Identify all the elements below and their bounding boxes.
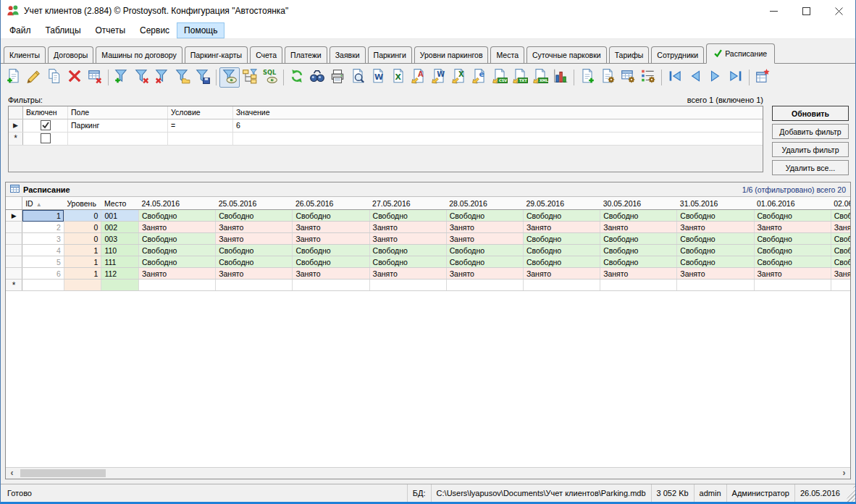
cell-day-status[interactable] (831, 280, 850, 291)
refresh-button[interactable] (287, 67, 307, 88)
print-preview-button[interactable] (348, 67, 368, 88)
cell-day-status[interactable]: Свободно (600, 210, 677, 222)
cell-id[interactable] (22, 280, 64, 291)
cell-day-status[interactable]: Занято (216, 222, 293, 233)
cell-level[interactable]: 1 (64, 256, 101, 268)
open-excel-button[interactable]: X (388, 67, 408, 88)
cell-level[interactable]: 1 (64, 245, 101, 256)
cell-day-status[interactable]: Свободно (369, 245, 446, 256)
column-header-id[interactable]: ID▲ (22, 197, 64, 210)
maximize-button[interactable] (790, 0, 823, 22)
table-row[interactable]: 30003СвободноЗанятоЗанятоЗанятоЗанятоСво… (6, 233, 850, 245)
filter-panel-toggle-button[interactable] (219, 67, 240, 88)
open-word-button[interactable]: W (368, 67, 388, 88)
record-edit-button[interactable] (24, 67, 44, 88)
cell-place[interactable]: 002 (101, 222, 139, 233)
tab-7[interactable]: Паркинги (368, 46, 412, 63)
cell-day-status[interactable]: Свободно (293, 245, 369, 256)
table-row[interactable]: ▶10001СвободноСвободноСвободноСвободноСв… (6, 210, 850, 222)
cell-day-status[interactable]: Занято (293, 233, 369, 245)
cell-day-status[interactable]: Свободно (831, 233, 850, 245)
record-delete-button[interactable] (64, 67, 85, 88)
cell-id[interactable]: 2 (22, 222, 64, 233)
cell-day-status[interactable]: Занято (831, 268, 850, 280)
cell-day-status[interactable]: Занято (369, 268, 446, 280)
cell-id[interactable]: 6 (22, 268, 64, 280)
cell-day-status[interactable]: Свободно (523, 210, 600, 222)
cell-day-status[interactable]: Свободно (523, 256, 600, 268)
cell-day-status[interactable]: Свободно (139, 245, 216, 256)
nav-prev-button[interactable] (685, 67, 705, 88)
cell-day-status[interactable] (293, 280, 369, 291)
tab-11[interactable]: Тарифы (609, 46, 650, 63)
cell-day-status[interactable]: Занято (446, 222, 523, 233)
scroll-right-arrow[interactable]: › (838, 468, 850, 479)
cell-day-status[interactable] (139, 280, 216, 291)
cell-day-status[interactable]: Занято (677, 222, 754, 233)
tab-0[interactable]: Клиенты (4, 46, 46, 63)
tab-8[interactable]: Уровни паркингов (414, 46, 489, 63)
column-header-date-8[interactable]: 01.06.2016 (754, 197, 831, 210)
cell-day-status[interactable]: Свободно (446, 256, 523, 268)
cell-day-status[interactable]: Свободно (754, 233, 831, 245)
filter-field-cell[interactable]: Паркинг (68, 119, 168, 132)
cell-day-status[interactable]: Свободно (293, 210, 369, 222)
cell-day-status[interactable]: Свободно (523, 245, 600, 256)
cell-day-status[interactable]: Занято (369, 233, 446, 245)
cell-day-status[interactable]: Занято (600, 222, 677, 233)
tab-4[interactable]: Счета (250, 46, 282, 63)
cell-id[interactable]: 5 (22, 256, 64, 268)
horizontal-scrollbar[interactable]: ‹ › (6, 467, 850, 479)
filter-field-cell[interactable] (68, 133, 168, 145)
menu-item-1[interactable]: Таблицы (38, 22, 88, 38)
tab-3[interactable]: Паркинг-карты (185, 46, 248, 63)
tab-10[interactable]: Суточные парковки (526, 46, 607, 63)
column-header-place[interactable]: Место (101, 197, 139, 210)
cell-day-status[interactable]: Занято (523, 222, 600, 233)
table-row[interactable]: 51111СвободноСвободноСвободноСвободноСво… (6, 256, 850, 268)
cell-day-status[interactable]: Свободно (446, 210, 523, 222)
filter-button-0[interactable]: Обновить (772, 106, 849, 121)
filter-row[interactable]: ▶Паркинг=6 (9, 119, 763, 133)
checkbox-checked[interactable] (41, 120, 51, 130)
tab-6[interactable]: Заявки (330, 46, 366, 63)
cell-day-status[interactable]: Занято (293, 222, 369, 233)
record-add-button[interactable] (4, 67, 24, 88)
nav-last-button[interactable] (726, 67, 746, 88)
cell-day-status[interactable]: Занято (369, 222, 446, 233)
export-rtf-button[interactable]: A (408, 67, 429, 88)
cell-day-status[interactable]: Занято (754, 222, 831, 233)
cell-day-status[interactable]: Свободно (216, 210, 293, 222)
table-row[interactable]: 20002ЗанятоЗанятоЗанятоЗанятоЗанятоЗанят… (6, 222, 850, 233)
cell-day-status[interactable]: Занято (139, 222, 216, 233)
nav-next-button[interactable] (705, 67, 726, 88)
cell-place[interactable]: 112 (101, 268, 139, 280)
cell-day-status[interactable]: Свободно (446, 245, 523, 256)
export-excel-button[interactable]: X (449, 67, 469, 88)
tab-2[interactable]: Машины по договору (96, 46, 182, 63)
cell-day-status[interactable]: Занято (754, 268, 831, 280)
cell-day-status[interactable]: Свободно (754, 245, 831, 256)
find-button[interactable] (307, 67, 327, 88)
cell-day-status[interactable]: Свободно (831, 210, 850, 222)
cell-day-status[interactable]: Свободно (754, 210, 831, 222)
cell-day-status[interactable]: Свободно (600, 256, 677, 268)
export-txt-button[interactable]: TXT (510, 67, 530, 88)
export-html-button[interactable]: e (469, 67, 490, 88)
cell-day-status[interactable]: Свободно (677, 256, 754, 268)
filter-save-button[interactable] (193, 67, 213, 88)
cell-day-status[interactable]: Свободно (369, 256, 446, 268)
export-csv-button[interactable]: CSV (490, 67, 510, 88)
cell-day-status[interactable]: Свободно (600, 245, 677, 256)
filter-delete-button[interactable] (132, 67, 152, 88)
filter-clear-button[interactable] (152, 67, 172, 88)
cell-day-status[interactable]: Свободно (831, 245, 850, 256)
filter-condition-cell[interactable]: = (168, 119, 233, 132)
tab-12[interactable]: Сотрудники (651, 46, 704, 63)
cell-day-status[interactable]: Свободно (293, 256, 369, 268)
menu-item-0[interactable]: Файл (2, 22, 38, 38)
column-header-date-9[interactable]: 02.06.2016 (831, 197, 850, 210)
column-header-level[interactable]: Уровень (64, 197, 101, 210)
cell-day-status[interactable]: Занято (216, 268, 293, 280)
nav-first-button[interactable] (665, 67, 685, 88)
